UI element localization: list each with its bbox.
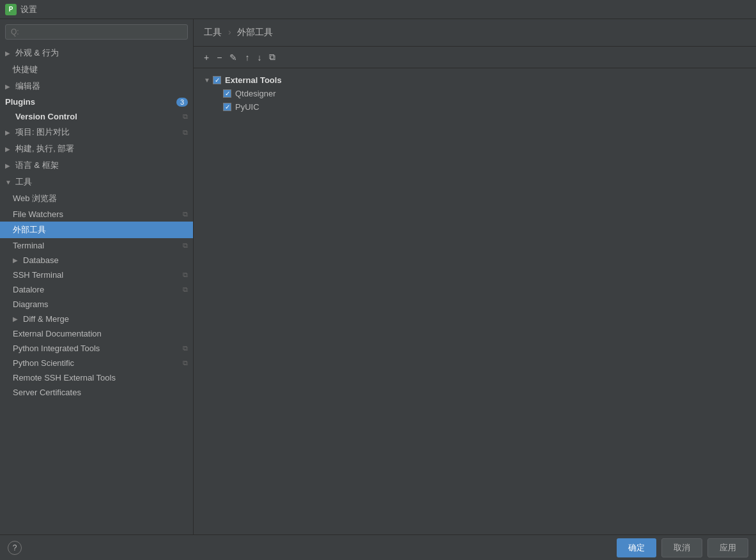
sidebar-item-label: Datalore	[13, 285, 44, 294]
sidebar-item-label: Diff & Merge	[23, 314, 69, 324]
main-layout: 外观 & 行为 快捷键 编辑器 Plugins 3 Version Contro…	[0, 19, 756, 534]
sidebar-item-label: Database	[23, 255, 59, 265]
sidebar-item-label: SSH Terminal	[13, 270, 63, 280]
sidebar-item-version-control[interactable]: Version Control ⧉	[0, 109, 193, 124]
arrow-icon	[5, 179, 13, 186]
app-icon: P	[5, 4, 17, 15]
sidebar-item-label: 外观 & 行为	[15, 47, 59, 59]
qtdesigner-checkbox[interactable]	[223, 89, 231, 98]
tree-label-pyuic: PyUIC	[235, 102, 259, 112]
arrow-icon	[5, 50, 13, 57]
content-area: 工具 › 外部工具 + − ✎ ↑ ↓ ⧉ External Tools	[194, 19, 756, 534]
sidebar-item-file-watchers[interactable]: File Watchers ⧉	[0, 207, 193, 222]
cancel-button[interactable]: 取消	[661, 538, 702, 557]
copy-icon: ⧉	[183, 112, 188, 121]
search-input[interactable]	[5, 24, 188, 40]
sidebar-item-tools[interactable]: 工具	[0, 174, 193, 190]
sidebar-item-plugins[interactable]: Plugins 3	[0, 95, 193, 109]
sidebar-list: 外观 & 行为 快捷键 编辑器 Plugins 3 Version Contro…	[0, 45, 193, 534]
sidebar-item-editor[interactable]: 编辑器	[0, 78, 193, 95]
sidebar-item-label: 编辑器	[15, 80, 40, 92]
copy-icon: ⧉	[183, 285, 188, 294]
arrow-icon	[5, 162, 13, 169]
sidebar-item-remote-ssh[interactable]: Remote SSH External Tools	[0, 370, 193, 385]
breadcrumb-part2: 外部工具	[237, 27, 273, 37]
edit-button[interactable]: ✎	[227, 51, 240, 64]
external-tools-checkbox[interactable]	[213, 76, 221, 84]
sidebar-item-build[interactable]: 构建, 执行, 部署	[0, 140, 193, 157]
sidebar-item-label: Server Certificates	[13, 388, 81, 397]
remove-button[interactable]: −	[214, 51, 224, 64]
arrow-icon	[13, 315, 20, 322]
copy-icon: ⧉	[183, 210, 188, 218]
sidebar-item-label: 工具	[15, 176, 32, 188]
copy-icon: ⧉	[183, 241, 188, 250]
tree-arrow-icon	[204, 77, 213, 84]
copy-button[interactable]: ⧉	[266, 50, 278, 64]
arrow-icon	[13, 257, 20, 264]
sidebar-item-python-integrated[interactable]: Python Integrated Tools ⧉	[0, 341, 193, 356]
sidebar-item-label: 外部工具	[13, 224, 46, 236]
sidebar-item-label: 快捷键	[13, 64, 38, 75]
sidebar-item-diagrams[interactable]: Diagrams	[0, 297, 193, 312]
move-down-button[interactable]: ↓	[254, 51, 264, 64]
arrow-icon	[5, 129, 13, 136]
sidebar-item-label: Terminal	[13, 241, 44, 250]
sidebar-item-python-scientific[interactable]: Python Scientific ⧉	[0, 356, 193, 370]
tree-row-pyuic[interactable]: PyUIC	[201, 100, 748, 114]
copy-icon: ⧉	[183, 128, 188, 137]
ok-button[interactable]: 确定	[617, 538, 656, 557]
tree-row-external-tools[interactable]: External Tools	[201, 73, 748, 87]
sidebar-item-external-doc[interactable]: External Documentation	[0, 326, 193, 341]
sidebar-item-label: Python Integrated Tools	[13, 344, 100, 353]
sidebar-item-label: Web 浏览器	[13, 193, 57, 204]
sidebar-item-diff-merge[interactable]: Diff & Merge	[0, 312, 193, 326]
breadcrumb-part1: 工具	[204, 27, 222, 37]
tree-label-qtdesigner: Qtdesigner	[235, 89, 276, 98]
title-bar: P 设置	[0, 0, 756, 19]
sidebar: 外观 & 行为 快捷键 编辑器 Plugins 3 Version Contro…	[0, 19, 194, 534]
copy-icon: ⧉	[183, 344, 188, 352]
bottom-bar: ? 确定 取消 应用	[0, 534, 756, 560]
sidebar-item-label: Python Scientific	[13, 358, 74, 368]
dialog-buttons: 确定 取消 应用	[617, 538, 748, 557]
sidebar-item-label: Plugins	[5, 97, 35, 107]
sidebar-item-external-tools[interactable]: 外部工具	[0, 222, 193, 238]
sidebar-item-label: 项目: 图片对比	[15, 126, 70, 138]
sidebar-item-server-certs[interactable]: Server Certificates	[0, 385, 193, 400]
move-up-button[interactable]: ↑	[242, 51, 252, 64]
sidebar-item-label: 语言 & 框架	[15, 160, 59, 171]
arrow-icon	[5, 146, 13, 153]
breadcrumb-separator: ›	[228, 27, 231, 37]
sidebar-item-label: External Documentation	[13, 329, 102, 338]
pyuic-checkbox[interactable]	[223, 103, 231, 111]
sidebar-item-database[interactable]: Database	[0, 253, 193, 268]
add-button[interactable]: +	[201, 51, 212, 64]
apply-button[interactable]: 应用	[707, 538, 748, 557]
sidebar-item-appearance[interactable]: 外观 & 行为	[0, 45, 193, 61]
toolbar: + − ✎ ↑ ↓ ⧉	[194, 47, 756, 68]
copy-icon: ⧉	[183, 271, 188, 279]
sidebar-item-shortcuts[interactable]: 快捷键	[0, 61, 193, 78]
sidebar-item-project[interactable]: 项目: 图片对比 ⧉	[0, 124, 193, 140]
sidebar-item-web-browser[interactable]: Web 浏览器	[0, 190, 193, 207]
sidebar-item-label: 构建, 执行, 部署	[15, 143, 74, 155]
sidebar-item-label: Remote SSH External Tools	[13, 373, 116, 382]
tree-label-external-tools: External Tools	[225, 75, 282, 85]
sidebar-item-label: Diagrams	[13, 299, 49, 309]
title-bar-text: 设置	[20, 4, 37, 15]
copy-icon: ⧉	[183, 359, 188, 367]
arrow-icon	[5, 83, 13, 90]
sidebar-item-label: File Watchers	[13, 209, 63, 219]
plugins-badge: 3	[176, 98, 188, 107]
tree-row-qtdesigner[interactable]: Qtdesigner	[201, 87, 748, 100]
sidebar-item-language[interactable]: 语言 & 框架	[0, 157, 193, 174]
sidebar-item-ssh-terminal[interactable]: SSH Terminal ⧉	[0, 268, 193, 282]
sidebar-item-label: Version Control	[15, 112, 77, 121]
sidebar-item-terminal[interactable]: Terminal ⧉	[0, 238, 193, 253]
sidebar-item-datalore[interactable]: Datalore ⧉	[0, 282, 193, 297]
tree-area: External Tools Qtdesigner PyUIC	[194, 68, 756, 534]
help-button[interactable]: ?	[8, 541, 22, 555]
breadcrumb: 工具 › 外部工具	[194, 19, 756, 47]
